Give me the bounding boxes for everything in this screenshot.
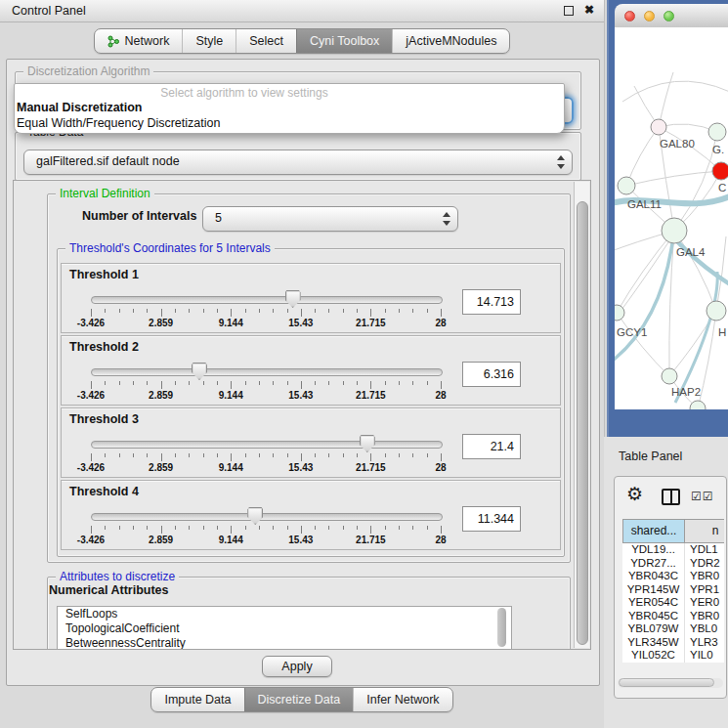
bottom-tab-bar: Impute DataDiscretize DataInfer Network	[0, 687, 604, 712]
tick-label: -3.426	[77, 390, 105, 401]
slider-thumb[interactable]	[360, 435, 375, 452]
slider-thumb[interactable]	[285, 290, 301, 308]
table-row[interactable]: YDL19...YDL1	[622, 543, 724, 557]
number-of-intervals-combobox[interactable]: 5	[202, 206, 458, 232]
network-canvas[interactable]: GAL80G.CGAL11GAL4GCY1HHAP2	[615, 27, 728, 409]
tick-label: 9.144	[219, 535, 243, 545]
minimize-traffic-light-icon[interactable]	[644, 11, 655, 21]
tab-style[interactable]: Style	[182, 29, 236, 53]
float-window-icon[interactable]	[564, 6, 574, 16]
columns-icon[interactable]	[662, 489, 680, 505]
tick-label: 15.43	[288, 535, 313, 545]
tick-label: 21.715	[356, 318, 386, 328]
tab-discretize-data[interactable]: Discretize Data	[244, 688, 354, 711]
table-row[interactable]: YIL052CYIL0	[622, 649, 724, 663]
column-header[interactable]: n	[685, 520, 724, 542]
close-traffic-light-icon[interactable]	[624, 11, 635, 21]
slider-track[interactable]	[91, 441, 443, 449]
tab-impute-data[interactable]: Impute Data	[151, 688, 243, 711]
horizontal-scrollbar-thumb[interactable]	[619, 678, 714, 687]
network-node[interactable]	[662, 368, 677, 384]
numerical-attributes-list[interactable]: SelfLoopsTopologicalCoefficientBetweenne…	[57, 606, 512, 650]
threshold-value-field[interactable]: 21.4	[462, 434, 521, 459]
algorithm-option[interactable]: Manual Discretization	[17, 101, 143, 114]
table-cell: YPR145W	[622, 583, 685, 597]
tick-label: 21.715	[356, 462, 386, 473]
network-node[interactable]	[618, 177, 635, 194]
list-scrollbar-thumb[interactable]	[497, 608, 506, 647]
tab-jactivemnodules[interactable]: jActiveMNodules	[392, 29, 509, 53]
slider-thumb[interactable]	[192, 363, 207, 380]
slider-ticks	[91, 381, 441, 390]
network-edge[interactable]	[617, 313, 669, 376]
network-edge[interactable]	[622, 81, 728, 102]
network-window: GAL80G.CGAL11GAL4GCY1HHAP2	[607, 0, 728, 437]
network-edge[interactable]	[615, 243, 672, 364]
table-cell: YER054C	[622, 596, 685, 610]
table-row[interactable]: YER054CYER0	[622, 596, 724, 610]
table-row[interactable]: YPR145WYPR1	[622, 583, 724, 597]
slider-thumb[interactable]	[247, 507, 263, 525]
tab-network[interactable]: Network	[95, 29, 183, 53]
group-title: Threshold's Coordinates for 5 Intervals	[65, 241, 275, 255]
table-panel-box: ⚙ ☑☑ shared...n YDL19...YDL1YDR27...YDR2…	[614, 476, 727, 699]
network-node[interactable]	[662, 218, 687, 243]
attribute-item[interactable]: BetweennessCentrality	[58, 636, 511, 650]
tick-label: -3.426	[77, 318, 105, 328]
network-node[interactable]	[690, 401, 706, 409]
network-edge[interactable]	[626, 171, 721, 186]
table-cell: YLR345W	[622, 636, 685, 650]
algorithm-dropdown-popup: Select algorithm to view settings Manual…	[14, 83, 565, 134]
tick-label: 28	[435, 318, 446, 328]
slider-ticks	[91, 453, 441, 462]
gear-icon[interactable]: ⚙	[626, 483, 643, 505]
table-row[interactable]: YDR27...YDR2	[622, 557, 724, 571]
attribute-item[interactable]: SelfLoops	[58, 607, 511, 621]
close-icon[interactable]: ✖	[584, 3, 594, 17]
table-data-combobox[interactable]: galFiltered.sif default node	[23, 150, 573, 175]
node-label: GAL80	[660, 138, 695, 150]
slider-track[interactable]	[91, 368, 443, 376]
threshold-panel: Threshold 1-3.4262.8599.14415.4321.71528…	[61, 263, 561, 333]
tab-select[interactable]: Select	[236, 29, 296, 53]
table-cell: YBR043C	[622, 570, 685, 583]
threshold-value-field[interactable]: 14.713	[462, 289, 521, 315]
attribute-item[interactable]: TopologicalCoefficient	[58, 621, 511, 636]
tick-label: 15.43	[288, 318, 313, 328]
table-row[interactable]: YBL079WYBL0	[622, 622, 724, 636]
network-edge[interactable]	[626, 127, 659, 186]
table-row[interactable]: YLR345WYLR3	[622, 636, 724, 650]
apply-button[interactable]: Apply	[262, 656, 332, 677]
threshold-label: Threshold 3	[69, 412, 139, 426]
settings-scroll-area: Interval Definition Number of Intervals …	[13, 180, 591, 650]
column-header[interactable]: shared...	[623, 520, 685, 542]
network-node[interactable]	[707, 301, 726, 321]
threshold-value-field[interactable]: 11.344	[462, 506, 521, 532]
table-cell: YBL0	[685, 622, 724, 636]
table-cell: YER0	[685, 596, 724, 610]
tab-infer-network[interactable]: Infer Network	[353, 688, 451, 711]
horizontal-scrollbar[interactable]	[618, 678, 723, 688]
tab-cyni-toolbox[interactable]: Cyni Toolbox	[296, 29, 392, 53]
vertical-scrollbar-thumb[interactable]	[577, 201, 588, 645]
slider-track[interactable]	[91, 296, 443, 304]
network-node[interactable]	[712, 162, 728, 180]
table-data-group: Table Data galFiltered.sif default node	[15, 132, 581, 181]
slider-ticks	[91, 309, 441, 318]
vertical-scrollbar[interactable]	[574, 182, 589, 648]
select-columns-checkboxes-icon[interactable]: ☑☑	[691, 490, 714, 503]
threshold-value-field[interactable]: 6.316	[462, 362, 521, 387]
node-label: GAL4	[676, 246, 706, 258]
slider-track[interactable]	[91, 513, 443, 521]
network-node[interactable]	[651, 119, 666, 135]
tick-label: 15.43	[288, 462, 313, 473]
network-node[interactable]	[708, 123, 726, 141]
network-edge[interactable]	[659, 72, 673, 127]
table-row[interactable]: YBR043CYBR0	[622, 570, 724, 583]
node-label: GCY1	[617, 326, 647, 338]
network-edge[interactable]	[675, 272, 717, 403]
algorithm-option[interactable]: Equal Width/Frequency Discretization	[17, 116, 220, 130]
tick-label: -3.426	[77, 535, 105, 545]
table-row[interactable]: YBR045CYBR0	[622, 610, 724, 623]
zoom-traffic-light-icon[interactable]	[664, 11, 674, 21]
